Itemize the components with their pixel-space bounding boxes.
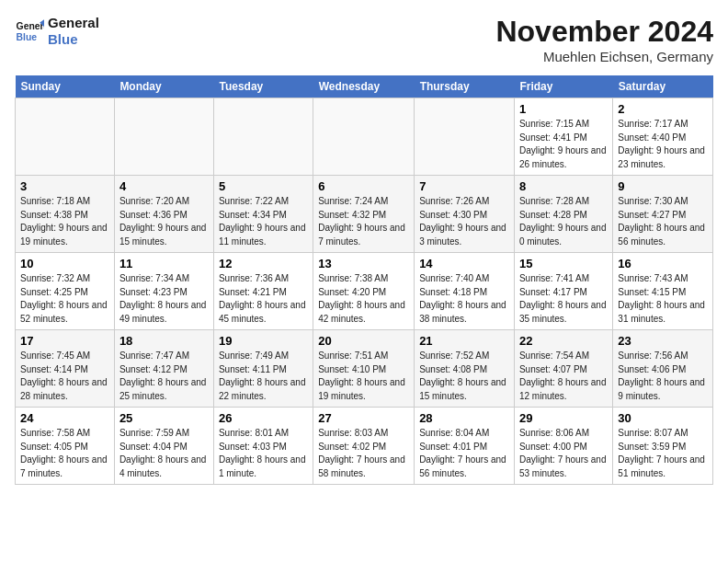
- day-info: Sunrise: 7:38 AMSunset: 4:20 PMDaylight:…: [318, 272, 409, 326]
- calendar-cell: 18Sunrise: 7:47 AMSunset: 4:12 PMDayligh…: [114, 330, 213, 408]
- calendar-table: SundayMondayTuesdayWednesdayThursdayFrid…: [15, 75, 713, 485]
- day-info: Sunrise: 7:54 AMSunset: 4:07 PMDaylight:…: [519, 350, 608, 403]
- day-header-monday: Monday: [114, 75, 213, 98]
- day-number: 22: [519, 334, 608, 348]
- day-info: Sunrise: 7:49 AMSunset: 4:11 PMDaylight:…: [219, 350, 308, 403]
- calendar-cell: 24Sunrise: 7:58 AMSunset: 4:05 PMDayligh…: [16, 408, 115, 485]
- day-number: 1: [519, 102, 608, 116]
- week-row-1: 1Sunrise: 7:15 AMSunset: 4:41 PMDaylight…: [16, 98, 713, 176]
- day-number: 18: [119, 334, 209, 348]
- logo-text-blue: Blue: [48, 31, 99, 48]
- calendar-cell: 9Sunrise: 7:30 AMSunset: 4:27 PMDaylight…: [613, 176, 713, 253]
- calendar-cell: 20Sunrise: 7:51 AMSunset: 4:10 PMDayligh…: [313, 330, 415, 408]
- calendar-cell: [114, 98, 213, 176]
- calendar-cell: 4Sunrise: 7:20 AMSunset: 4:36 PMDaylight…: [114, 176, 213, 253]
- title-area: November 2024 Muehlen Eichsen, Germany: [495, 15, 713, 64]
- day-info: Sunrise: 7:52 AMSunset: 4:08 PMDaylight:…: [419, 350, 509, 403]
- day-info: Sunrise: 7:26 AMSunset: 4:30 PMDaylight:…: [419, 195, 509, 248]
- calendar-cell: 5Sunrise: 7:22 AMSunset: 4:34 PMDaylight…: [213, 176, 313, 253]
- day-number: 12: [219, 257, 308, 270]
- day-number: 4: [119, 179, 209, 193]
- day-number: 20: [318, 334, 409, 348]
- calendar-cell: 26Sunrise: 8:01 AMSunset: 4:03 PMDayligh…: [213, 408, 313, 485]
- calendar-cell: 6Sunrise: 7:24 AMSunset: 4:32 PMDaylight…: [313, 176, 415, 253]
- calendar-cell: 17Sunrise: 7:45 AMSunset: 4:14 PMDayligh…: [16, 330, 115, 408]
- day-info: Sunrise: 7:15 AMSunset: 4:41 PMDaylight:…: [519, 118, 608, 171]
- calendar-cell: 11Sunrise: 7:34 AMSunset: 4:23 PMDayligh…: [114, 253, 213, 330]
- day-number: 7: [419, 179, 509, 193]
- day-info: Sunrise: 8:04 AMSunset: 4:01 PMDaylight:…: [419, 427, 509, 480]
- logo-icon: General Blue: [15, 17, 44, 46]
- day-info: Sunrise: 8:03 AMSunset: 4:02 PMDaylight:…: [318, 427, 409, 480]
- calendar-cell: 1Sunrise: 7:15 AMSunset: 4:41 PMDaylight…: [514, 98, 612, 176]
- day-number: 2: [618, 102, 708, 116]
- week-row-4: 17Sunrise: 7:45 AMSunset: 4:14 PMDayligh…: [16, 330, 713, 408]
- day-info: Sunrise: 7:28 AMSunset: 4:28 PMDaylight:…: [519, 195, 608, 248]
- day-info: Sunrise: 7:59 AMSunset: 4:04 PMDaylight:…: [119, 427, 209, 480]
- day-number: 29: [519, 411, 608, 425]
- day-info: Sunrise: 7:32 AMSunset: 4:25 PMDaylight:…: [20, 272, 109, 326]
- calendar-cell: 14Sunrise: 7:40 AMSunset: 4:18 PMDayligh…: [415, 253, 515, 330]
- day-number: 25: [119, 411, 209, 425]
- calendar-cell: 3Sunrise: 7:18 AMSunset: 4:38 PMDaylight…: [16, 176, 115, 253]
- day-number: 11: [119, 257, 209, 270]
- day-header-saturday: Saturday: [613, 75, 713, 98]
- day-number: 9: [618, 179, 708, 193]
- day-info: Sunrise: 7:45 AMSunset: 4:14 PMDaylight:…: [20, 350, 109, 403]
- day-info: Sunrise: 7:24 AMSunset: 4:32 PMDaylight:…: [318, 195, 409, 248]
- day-headers-row: SundayMondayTuesdayWednesdayThursdayFrid…: [16, 75, 713, 98]
- calendar-cell: 12Sunrise: 7:36 AMSunset: 4:21 PMDayligh…: [213, 253, 313, 330]
- day-number: 3: [20, 179, 109, 193]
- day-info: Sunrise: 7:43 AMSunset: 4:15 PMDaylight:…: [618, 272, 708, 326]
- calendar-cell: 2Sunrise: 7:17 AMSunset: 4:40 PMDaylight…: [613, 98, 713, 176]
- day-number: 14: [419, 257, 509, 270]
- svg-text:Blue: Blue: [17, 32, 38, 42]
- logo: General Blue General Blue: [15, 15, 99, 48]
- day-info: Sunrise: 7:58 AMSunset: 4:05 PMDaylight:…: [20, 427, 109, 480]
- day-number: 24: [20, 411, 109, 425]
- calendar-cell: 7Sunrise: 7:26 AMSunset: 4:30 PMDaylight…: [415, 176, 515, 253]
- day-info: Sunrise: 7:22 AMSunset: 4:34 PMDaylight:…: [219, 195, 308, 248]
- day-number: 5: [219, 179, 308, 193]
- calendar-cell: 8Sunrise: 7:28 AMSunset: 4:28 PMDaylight…: [514, 176, 612, 253]
- logo-text-general: General: [48, 15, 99, 31]
- day-number: 17: [20, 334, 109, 348]
- day-number: 28: [419, 411, 509, 425]
- day-number: 27: [318, 411, 409, 425]
- day-info: Sunrise: 8:07 AMSunset: 3:59 PMDaylight:…: [618, 427, 708, 480]
- day-info: Sunrise: 7:47 AMSunset: 4:12 PMDaylight:…: [119, 350, 209, 403]
- day-number: 10: [20, 257, 109, 270]
- day-header-sunday: Sunday: [16, 75, 115, 98]
- calendar-cell: 22Sunrise: 7:54 AMSunset: 4:07 PMDayligh…: [514, 330, 612, 408]
- calendar-cell: [16, 98, 115, 176]
- day-info: Sunrise: 7:41 AMSunset: 4:17 PMDaylight:…: [519, 272, 608, 326]
- calendar-cell: 23Sunrise: 7:56 AMSunset: 4:06 PMDayligh…: [613, 330, 713, 408]
- day-header-tuesday: Tuesday: [213, 75, 313, 98]
- calendar-cell: [313, 98, 415, 176]
- day-number: 8: [519, 179, 608, 193]
- week-row-2: 3Sunrise: 7:18 AMSunset: 4:38 PMDaylight…: [16, 176, 713, 253]
- day-header-friday: Friday: [514, 75, 612, 98]
- day-info: Sunrise: 7:40 AMSunset: 4:18 PMDaylight:…: [419, 272, 509, 326]
- calendar-cell: 27Sunrise: 8:03 AMSunset: 4:02 PMDayligh…: [313, 408, 415, 485]
- calendar-cell: [213, 98, 313, 176]
- calendar-cell: 13Sunrise: 7:38 AMSunset: 4:20 PMDayligh…: [313, 253, 415, 330]
- day-number: 23: [618, 334, 708, 348]
- week-row-3: 10Sunrise: 7:32 AMSunset: 4:25 PMDayligh…: [16, 253, 713, 330]
- day-info: Sunrise: 7:34 AMSunset: 4:23 PMDaylight:…: [119, 272, 209, 326]
- day-number: 16: [618, 257, 708, 270]
- day-number: 21: [419, 334, 509, 348]
- day-header-thursday: Thursday: [415, 75, 515, 98]
- calendar-cell: 30Sunrise: 8:07 AMSunset: 3:59 PMDayligh…: [613, 408, 713, 485]
- calendar-cell: 25Sunrise: 7:59 AMSunset: 4:04 PMDayligh…: [114, 408, 213, 485]
- calendar-cell: 21Sunrise: 7:52 AMSunset: 4:08 PMDayligh…: [415, 330, 515, 408]
- day-header-wednesday: Wednesday: [313, 75, 415, 98]
- svg-text:General: General: [17, 21, 44, 31]
- calendar-cell: 28Sunrise: 8:04 AMSunset: 4:01 PMDayligh…: [415, 408, 515, 485]
- calendar-cell: [415, 98, 515, 176]
- day-number: 19: [219, 334, 308, 348]
- day-number: 13: [318, 257, 409, 270]
- day-info: Sunrise: 8:01 AMSunset: 4:03 PMDaylight:…: [219, 427, 308, 480]
- day-info: Sunrise: 7:51 AMSunset: 4:10 PMDaylight:…: [318, 350, 409, 403]
- week-row-5: 24Sunrise: 7:58 AMSunset: 4:05 PMDayligh…: [16, 408, 713, 485]
